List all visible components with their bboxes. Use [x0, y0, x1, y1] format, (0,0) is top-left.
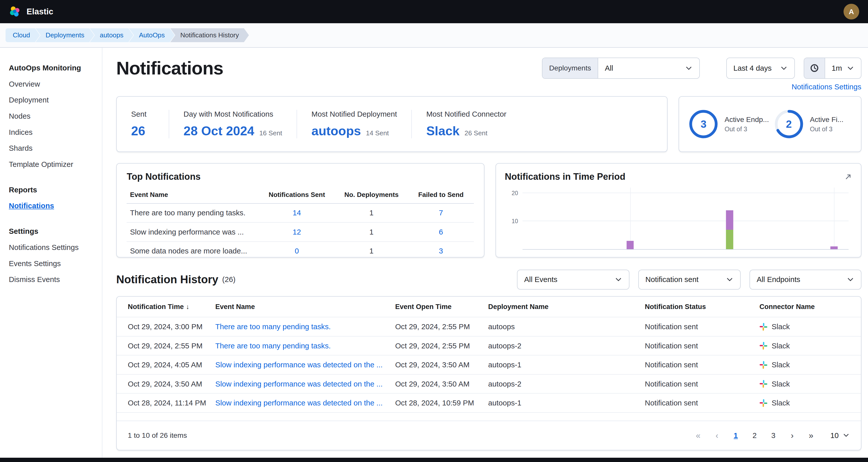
sidebar-item-template-optimizer[interactable]: Template Optimizer — [9, 156, 93, 172]
sidebar-item-indices[interactable]: Indices — [9, 124, 93, 140]
slack-icon — [759, 342, 768, 350]
user-avatar[interactable]: A — [843, 4, 859, 19]
notifications-sent-link[interactable]: 0 — [295, 247, 299, 255]
notifications-settings-link[interactable]: Notifications Settings — [792, 83, 862, 91]
column-header-no-deployments[interactable]: No. Deployments — [335, 186, 408, 203]
last-page-button[interactable]: » — [803, 427, 819, 444]
breadcrumb-deployments[interactable]: Deployments — [36, 28, 94, 42]
table-row: Oct 29, 2024, 3:00 PM There are too many… — [117, 317, 861, 336]
active-connectors-panel: 3 Active Endp... Out of 3 — [679, 96, 861, 152]
sidebar-section-monitoring: AutoOps Monitoring Overview Deployment N… — [9, 60, 93, 172]
column-header-connector-name[interactable]: Connector Name — [755, 297, 861, 317]
deployments-count-cell: 1 — [335, 203, 408, 223]
gauge-sub: Out of 3 — [810, 125, 843, 133]
sidebar-item-nodes[interactable]: Nodes — [9, 108, 93, 124]
notification-status-cell: Notification sent — [640, 355, 755, 374]
column-header-event-open-time[interactable]: Event Open Time — [391, 297, 484, 317]
notification-time-cell: Oct 29, 2024, 3:50 AM — [117, 374, 211, 394]
notification-history-table: Notification Time↓ Event Name Event Open… — [117, 297, 861, 413]
chevron-down-icon — [726, 276, 734, 284]
column-header-notification-status[interactable]: Notification Status — [640, 297, 755, 317]
slack-icon — [759, 380, 768, 388]
connector-name: Slack — [772, 360, 790, 369]
auto-refresh-icon[interactable] — [804, 58, 825, 78]
deployments-scope-select[interactable]: All — [598, 58, 699, 78]
sidebar-item-notifications-settings[interactable]: Notifications Settings — [9, 239, 93, 256]
deployments-scope-label[interactable]: Deployments — [542, 58, 598, 78]
next-page-button[interactable]: › — [784, 427, 801, 444]
slack-icon — [759, 323, 768, 331]
sidebar-item-notifications[interactable]: Notifications — [9, 198, 93, 214]
column-header-event-name[interactable]: Event Name — [127, 186, 258, 203]
chart-bar-segment-purple — [830, 247, 838, 249]
stat-sent-label: Sent — [131, 110, 147, 118]
chart-bar-segment-purple — [726, 210, 733, 230]
stat-sent: Sent 26 — [117, 110, 169, 138]
chevron-down-icon — [846, 276, 855, 284]
table-row: Oct 29, 2024, 3:50 AM Slow indexing perf… — [117, 374, 861, 394]
page-button-2[interactable]: 2 — [746, 427, 763, 444]
status-filter-value: Notification sent — [645, 275, 699, 284]
events-filter-value: All Events — [524, 275, 558, 284]
column-header-notification-time[interactable]: Notification Time↓ — [117, 297, 211, 317]
event-name-link[interactable]: Slow indexing performance was detected o… — [215, 380, 383, 388]
history-count: (26) — [222, 275, 236, 284]
endpoints-filter-select[interactable]: All Endpoints — [749, 270, 861, 290]
pagination-summary: 1 to 10 of 26 items — [128, 431, 187, 439]
time-range-select[interactable]: Last 4 days — [726, 58, 795, 79]
table-row: There are too many pending tasks. 14 1 7 — [127, 203, 474, 223]
sidebar-heading-settings: Settings — [9, 224, 93, 239]
breadcrumb-autoops[interactable]: AutoOps — [129, 28, 175, 42]
column-header-deployment-name[interactable]: Deployment Name — [484, 297, 640, 317]
gauge-label: Active Endp... — [724, 115, 769, 124]
expand-icon — [844, 173, 852, 181]
event-name-link[interactable]: There are too many pending tasks. — [215, 322, 331, 331]
notifications-sent-link[interactable]: 12 — [293, 228, 301, 236]
chart-gridline — [523, 221, 848, 221]
top-notifications-table: Event Name Notifications Sent No. Deploy… — [127, 186, 474, 258]
gauge-value: 2 — [773, 109, 804, 140]
sidebar-item-dismiss-events[interactable]: Dismiss Events — [9, 272, 93, 288]
breadcrumb: Cloud Deployments autoops AutoOps Notifi… — [0, 23, 868, 48]
page-size-select[interactable]: 10 — [830, 431, 850, 440]
gauge-value: 3 — [688, 109, 719, 140]
sidebar-item-shards[interactable]: Shards — [9, 140, 93, 156]
toolbar: Deployments All Last 4 days — [542, 58, 862, 79]
events-filter-select[interactable]: All Events — [517, 270, 629, 290]
sort-descending-icon: ↓ — [186, 303, 189, 311]
failed-to-send-link[interactable]: 6 — [439, 228, 443, 236]
sidebar-item-overview[interactable]: Overview — [9, 76, 93, 92]
previous-page-button[interactable]: ‹ — [709, 427, 725, 444]
failed-to-send-link[interactable]: 3 — [439, 247, 443, 255]
event-name-link[interactable]: There are too many pending tasks. — [215, 342, 331, 350]
column-header-event-name[interactable]: Event Name — [211, 297, 391, 317]
status-filter-select[interactable]: Notification sent — [638, 270, 741, 290]
breadcrumb-autoops-deployment[interactable]: autoops — [90, 28, 133, 42]
sidebar-item-events-settings[interactable]: Events Settings — [9, 256, 93, 272]
chevron-down-icon — [685, 64, 693, 72]
chart-bar — [830, 247, 838, 249]
sidebar-item-deployment[interactable]: Deployment — [9, 92, 93, 108]
brand-title: Elastic — [27, 7, 53, 17]
event-name-link[interactable]: Slow indexing performance was detected o… — [215, 399, 383, 407]
deployment-name-cell: autoops-1 — [484, 393, 640, 412]
stat-day-label: Day with Most Notifications — [184, 110, 282, 118]
notifications-sent-link[interactable]: 14 — [293, 208, 301, 217]
autoops-app: Elastic A Cloud Deployments autoops Auto… — [0, 0, 868, 462]
expand-chart-button[interactable] — [844, 173, 852, 181]
event-name-link[interactable]: Slow indexing performance was detected o… — [215, 360, 383, 369]
breadcrumb-cloud[interactable]: Cloud — [5, 28, 40, 42]
refresh-interval-select[interactable]: 1m — [825, 58, 861, 78]
event-open-time-cell: Oct 28, 2024, 10:59 PM — [391, 393, 484, 412]
notifications-time-chart-panel: Notifications in Time Period 1020 — [496, 163, 862, 257]
chevron-down-icon — [615, 276, 622, 284]
failed-to-send-link[interactable]: 7 — [439, 208, 443, 217]
endpoints-filter-value: All Endpoints — [757, 275, 800, 284]
column-header-notifications-sent[interactable]: Notifications Sent — [259, 186, 335, 203]
page-button-1[interactable]: 1 — [727, 427, 744, 444]
column-header-failed-to-send[interactable]: Failed to Send — [408, 186, 474, 203]
elastic-logo-icon[interactable] — [9, 5, 21, 18]
first-page-button[interactable]: « — [690, 427, 706, 444]
page-button-3[interactable]: 3 — [765, 427, 782, 444]
notification-history-panel: Notification Time↓ Event Name Event Open… — [116, 296, 862, 451]
